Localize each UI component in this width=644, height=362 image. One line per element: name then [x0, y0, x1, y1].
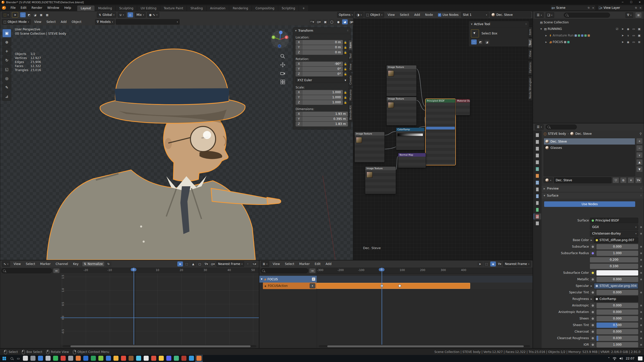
sidebar-tab[interactable]: Item [348, 40, 353, 50]
outliner-row[interactable]: ▤ Scene Collection [533, 19, 644, 26]
input-socket[interactable] [590, 277, 595, 282]
taskbar-app-icon[interactable] [59, 355, 67, 362]
nla-track-focus[interactable]: ▼ a FOCUS ✓ [259, 276, 317, 283]
horizontal-scrollbar[interactable] [63, 345, 256, 347]
animate-decorator[interactable] [639, 344, 643, 346]
animate-decorator[interactable] [639, 252, 643, 254]
slot-action-button[interactable]: + [636, 138, 643, 144]
sidebar-tab[interactable]: View [348, 62, 353, 72]
input-socket[interactable] [590, 342, 595, 347]
overlays-toggle-icon[interactable]: ◎▾ [316, 19, 321, 24]
taskbar-app-icon[interactable] [44, 355, 52, 362]
workspace-tab[interactable]: + [299, 6, 309, 11]
taskbar-app-icon[interactable] [22, 355, 29, 362]
viewport-tool-icon[interactable]: + [2, 47, 11, 56]
property-value-field[interactable]: STEVE_specular.png.004 ▾ [594, 283, 638, 289]
property-value-field[interactable]: 0.000 ▾ [596, 329, 638, 334]
property-value-field[interactable]: 0.000 ▾ [596, 290, 638, 295]
filter-icon[interactable]: ∇▾ [204, 261, 209, 266]
viewport-tool-icon[interactable]: ⊿ [2, 92, 11, 101]
gizmo-toggle-icon[interactable]: ◠▾ [309, 19, 315, 24]
use-nodes-button[interactable]: Use Nodes [544, 201, 635, 207]
outliner-toggle-icon[interactable]: ➤ [621, 34, 625, 37]
graph-menu[interactable]: Marker [38, 261, 53, 267]
viewport-menu[interactable]: Add [58, 19, 69, 25]
select-cursor-icon[interactable]: ➤ [177, 261, 183, 266]
unlock-icon[interactable]: 🔓 [343, 101, 348, 104]
snap-keyframes-icon[interactable]: ◈ [490, 261, 496, 266]
viewport-menu[interactable]: Object [69, 19, 84, 25]
viewport-tool-icon[interactable]: ⊕ [2, 38, 11, 47]
taskbar-app-icon[interactable] [165, 355, 173, 362]
sidebar-tab[interactable]: Node Wrangler [528, 76, 532, 101]
nla-menu[interactable]: Add [323, 261, 334, 267]
grid-toggle-icon[interactable] [280, 79, 286, 85]
viewport-tool-icon[interactable]: ✎ [2, 83, 11, 92]
collapse-icon[interactable]: ▼ [295, 30, 297, 32]
proportional-edit-icon[interactable]: ◎▾ [210, 261, 216, 266]
sidebar-tab[interactable]: Mixamo [348, 87, 353, 102]
outliner-item-label[interactable]: FOCUS [553, 40, 563, 44]
properties-tab-icon[interactable]: ▩ [534, 220, 541, 226]
property-value-field[interactable]: ColorRamp ▾ [594, 296, 638, 302]
strip-keyframe-icon[interactable] [398, 284, 401, 288]
animate-decorator[interactable] [639, 272, 643, 274]
unlock-icon[interactable]: 🔓 [343, 51, 348, 54]
viewport-tool-icon[interactable]: ▣ [2, 29, 11, 37]
outliner-row[interactable]: ▶ 🧍 Armature Run ➤∨▭▣ [533, 32, 644, 39]
start-button[interactable] [0, 355, 9, 362]
select-mode-intersect-icon[interactable]: ▦ [44, 12, 50, 17]
expand-icon[interactable]: ▶ [590, 285, 593, 287]
select-mode-new-icon[interactable]: ⬚ [20, 12, 26, 17]
material-name-field[interactable]: Dec. Steve [490, 12, 531, 18]
animate-decorator[interactable] [639, 318, 643, 320]
sidebar-tab[interactable]: Tool [528, 38, 532, 48]
sidebar-tab[interactable]: View [528, 49, 532, 59]
push-down-icon[interactable]: ⇟ [310, 283, 315, 288]
shader-node[interactable]: Material Output [456, 99, 470, 115]
unlock-icon[interactable]: 🔓 [343, 73, 348, 75]
outliner-toggle-icon[interactable]: ▭ [632, 27, 636, 31]
menubar-item[interactable]: Edit [18, 5, 29, 11]
workspace-tab[interactable]: Rendering [229, 6, 252, 11]
select-mode-invert-icon[interactable]: ▣ [38, 12, 44, 17]
shader-menu[interactable]: View [385, 12, 397, 18]
proportional-edit-icon[interactable]: ◎ [128, 12, 133, 17]
nla-track-lane[interactable] [317, 276, 533, 283]
outliner-row[interactable]: ▼ ▤ RUNNING ☑➤◉▭▣ [533, 26, 644, 32]
slot-action-button[interactable]: ▲ [636, 159, 643, 165]
collapse-icon[interactable]: ▼ [471, 23, 472, 25]
camera-view-icon[interactable] [280, 71, 286, 76]
nla-ruler[interactable]: -300-200-1000100200300400 [317, 267, 533, 274]
falloff-dropdown[interactable]: ◉ ∿▾ [147, 12, 159, 18]
transform-value-field[interactable]: 1.93 m [302, 112, 348, 116]
workspace-tab[interactable]: Compositing [252, 6, 278, 11]
taskbar-app-icon[interactable] [157, 355, 165, 362]
taskbar-search-icon[interactable] [9, 355, 15, 362]
unlock-icon[interactable]: 🔓 [343, 91, 348, 94]
expander-icon[interactable]: ▶ [544, 34, 548, 37]
menubar-item[interactable]: Help [62, 5, 73, 11]
taskbar-app-icon[interactable] [188, 355, 195, 362]
outliner-filter-dropdown[interactable]: ∇▾ [625, 12, 633, 18]
copy-material-icon[interactable]: ⧉ [620, 177, 627, 183]
menubar-item[interactable]: Render [29, 5, 45, 11]
slot-action-button[interactable]: − [636, 145, 643, 151]
node-filter-icon[interactable]: ∇▾ [635, 177, 642, 183]
breadcrumb-object[interactable]: STEVE body [548, 132, 566, 135]
input-socket[interactable] [590, 303, 595, 308]
shading-wireframe-icon[interactable]: ◯ [329, 19, 335, 24]
nla-menu[interactable]: View [270, 261, 282, 267]
editor-type-icon[interactable]: ∿▾ [2, 261, 10, 267]
editor-type-icon[interactable]: ≣▾ [261, 261, 269, 267]
outliner-search[interactable] [564, 13, 610, 18]
graph-ruler[interactable]: -20-1001020304050 [61, 267, 259, 274]
new-collection-button[interactable]: ⊞ [635, 12, 642, 18]
properties-tab-icon[interactable]: ▦ [534, 152, 541, 158]
taskbar-app-icon[interactable] [195, 355, 203, 362]
unlock-icon[interactable]: 🔓 [343, 68, 348, 70]
properties-tab-icon[interactable]: ⚙ [534, 179, 541, 186]
collection-filter-dropdown[interactable]: ∇ Models▾ [95, 19, 115, 25]
properties-tab-icon[interactable]: ⚒ [534, 132, 541, 138]
property-value-field[interactable]: STEVE_diffuse.png.007 ▾ [594, 237, 638, 243]
